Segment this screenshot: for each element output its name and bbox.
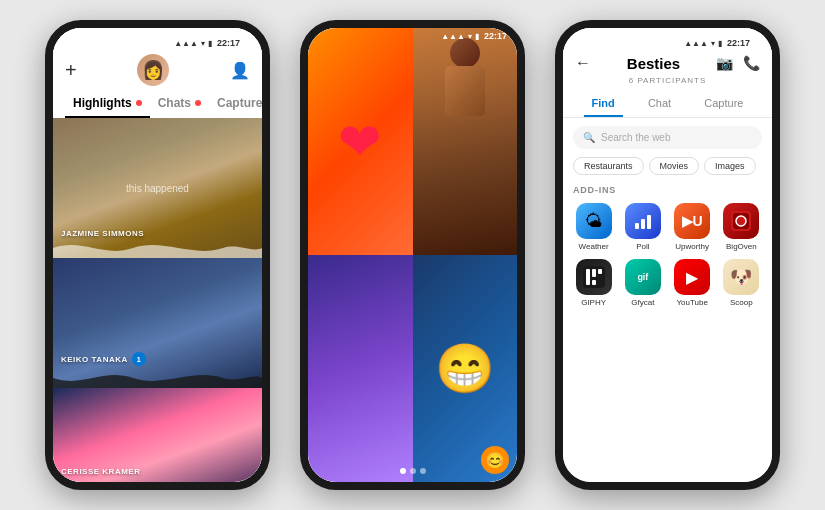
svg-rect-2 (647, 215, 651, 229)
signal-icon-2: ▲▲▲ (441, 32, 465, 41)
tab-capture-p3-label: Capture (704, 97, 743, 109)
signal-icon: ▲▲▲ (174, 39, 198, 48)
laugh-emoji: 😁 (435, 345, 495, 393)
bigoven-label: BigOven (726, 242, 757, 251)
wifi-icon-2: ▾ (468, 32, 472, 41)
svg-rect-9 (592, 280, 596, 285)
tab-chats-label: Chats (158, 96, 191, 110)
bigoven-svg (730, 210, 752, 232)
phone3-status-icons: ▲▲▲ ▾ ▮ 22:17 (684, 38, 750, 48)
grid-cell-woman[interactable] (413, 28, 518, 255)
scene: ▲▲▲ ▾ ▮ 22:17 + 👩 👤 (0, 0, 825, 510)
tab-highlights-label: Highlights (73, 96, 132, 110)
add-ins-title: ADD-INS (573, 185, 762, 195)
tab-find[interactable]: Find (584, 91, 623, 117)
story-jazmine-name: JAZMINE SIMMONS (61, 229, 144, 238)
grid-cell-couple[interactable] (308, 255, 413, 482)
svg-rect-7 (586, 269, 590, 285)
tab-chat-label: Chat (648, 97, 671, 109)
emoji-button[interactable]: 😊 (481, 446, 509, 474)
addin-youtube[interactable]: ▶ YouTube (672, 259, 713, 307)
weather-label: Weather (579, 242, 609, 251)
phone1-header: ▲▲▲ ▾ ▮ 22:17 + 👩 👤 (53, 28, 262, 118)
addin-bigoven[interactable]: BigOven (721, 203, 762, 251)
chip-restaurants[interactable]: Restaurants (573, 157, 644, 175)
svg-rect-1 (641, 219, 645, 229)
signal-icon-3: ▲▲▲ (684, 39, 708, 48)
search-bar[interactable]: 🔍 Search the web (573, 126, 762, 149)
chip-restaurants-label: Restaurants (584, 161, 633, 171)
chats-dot (195, 100, 201, 106)
page-dot-3 (420, 468, 426, 474)
emoji-btn-icon: 😊 (485, 451, 505, 470)
chip-images-label: Images (715, 161, 745, 171)
wave-divider-2 (53, 368, 262, 388)
phone2-status-icons: ▲▲▲ ▾ ▮ 22:17 (441, 31, 507, 41)
scoop-label: Scoop (730, 298, 753, 307)
addin-upworthy[interactable]: ▶U Upworthy (672, 203, 713, 251)
battery-icon: ▮ (208, 39, 212, 48)
chip-movies[interactable]: Movies (649, 157, 700, 175)
svg-point-5 (736, 216, 746, 226)
chip-images[interactable]: Images (704, 157, 756, 175)
video-call-icon[interactable]: 📷 (716, 55, 733, 71)
svg-rect-0 (635, 223, 639, 229)
tab-capture[interactable]: Capture (209, 92, 262, 118)
youtube-label: YouTube (676, 298, 707, 307)
chat-action-icons: 📷 📞 (716, 55, 760, 71)
filter-chips: Restaurants Movies Images (573, 157, 762, 175)
tab-capture-p3[interactable]: Capture (696, 91, 751, 117)
battery-icon-3: ▮ (718, 39, 722, 48)
grid-cell-heart[interactable]: ❤ (308, 28, 413, 255)
tab-find-label: Find (592, 97, 615, 109)
back-button[interactable]: ← (575, 54, 591, 72)
heart-icon: ❤ (338, 116, 382, 168)
phone1-top-bar: + 👩 👤 (65, 50, 250, 92)
story-cerisse-info: CERISSE KRAMER (61, 467, 140, 476)
svg-rect-10 (598, 269, 602, 274)
user-avatar[interactable]: 👩 (137, 54, 169, 86)
tab-chat[interactable]: Chat (640, 91, 679, 117)
grid-cell-emoji[interactable]: 😁 😊 (413, 255, 518, 482)
phone3-tabs: Find Chat Capture (575, 91, 760, 117)
page-dots (400, 468, 426, 474)
addin-giphy[interactable]: GIPHY (573, 259, 614, 307)
tab-capture-label: Capture (217, 96, 262, 110)
story-cerisse-name: CERISSE KRAMER (61, 467, 140, 476)
story-cerisse[interactable]: CERISSE KRAMER (53, 388, 262, 482)
gfycat-label: Gfycat (631, 298, 654, 307)
phone-call-icon[interactable]: 📞 (743, 55, 760, 71)
contacts-icon[interactable]: 👤 (230, 61, 250, 80)
add-button[interactable]: + (65, 60, 77, 80)
poll-label: Poll (636, 242, 649, 251)
wave-divider-1 (53, 238, 262, 258)
giphy-svg (583, 266, 605, 288)
chip-movies-label: Movies (660, 161, 689, 171)
giphy-label: GIPHY (581, 298, 606, 307)
phone1-time: 22:17 (217, 38, 240, 48)
addin-weather[interactable]: 🌤 Weather (573, 203, 614, 251)
search-placeholder: Search the web (601, 132, 671, 143)
stories-container: this happened JAZMINE SIMMONS KEIKO TANA… (53, 118, 262, 482)
photo-grid: ❤ 😁 😊 (308, 28, 517, 482)
page-dot-1 (400, 468, 406, 474)
addin-poll[interactable]: Poll (622, 203, 663, 251)
story-jazmine[interactable]: this happened JAZMINE SIMMONS (53, 118, 262, 258)
poll-svg (633, 211, 653, 231)
phone3-top-bar: ← Besties 📷 📞 (575, 50, 760, 76)
story-keiko[interactable]: KEIKO TANAKA 1 (53, 258, 262, 388)
phone2-time: 22:17 (484, 31, 507, 41)
battery-icon-2: ▮ (475, 32, 479, 41)
highlights-dot (136, 100, 142, 106)
svg-rect-8 (592, 269, 596, 277)
story-caption: this happened (126, 183, 189, 194)
wifi-icon: ▾ (201, 39, 205, 48)
addin-scoop[interactable]: 🐶 Scoop (721, 259, 762, 307)
tab-chats[interactable]: Chats (150, 92, 209, 118)
addin-gfycat[interactable]: gif Gfycat (622, 259, 663, 307)
tab-highlights[interactable]: Highlights (65, 92, 150, 118)
story-keiko-count: 1 (132, 352, 146, 366)
phone-1: ▲▲▲ ▾ ▮ 22:17 + 👩 👤 (45, 20, 270, 490)
poll-icon (625, 203, 661, 239)
phone1-status-icons: ▲▲▲ ▾ ▮ 22:17 (174, 38, 240, 48)
